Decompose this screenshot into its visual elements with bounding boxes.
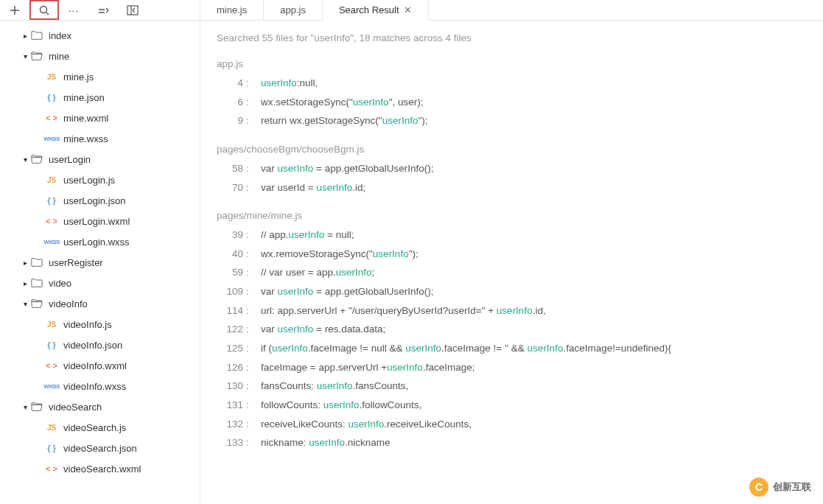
result-file-title[interactable]: pages/chooseBgm/chooseBgm.js xyxy=(217,144,807,155)
folder-icon xyxy=(29,30,44,41)
result-line[interactable]: 109:var userInfo = app.getGlobalUserInfo… xyxy=(217,282,807,301)
tree-folder-index[interactable]: ▸index xyxy=(0,25,200,46)
line-number: 125 xyxy=(217,339,246,358)
nav-button[interactable] xyxy=(88,0,118,20)
line-number: 133 xyxy=(217,433,246,452)
line-number: 9 xyxy=(217,111,246,130)
more-button[interactable]: ··· xyxy=(59,0,88,20)
result-line[interactable]: 9:return wx.getStorageSync("userInfo"); xyxy=(217,111,807,130)
code-snippet: var userId = userInfo.id; xyxy=(252,178,807,197)
tree-file-mine.js[interactable]: JSmine.js xyxy=(0,66,200,87)
tree-file-videoInfo.js[interactable]: JSvideoInfo.js xyxy=(0,314,200,335)
result-file-title[interactable]: app.js xyxy=(217,58,807,69)
folder-label: mine xyxy=(49,51,69,62)
tree-file-mine.wxml[interactable]: < >mine.wxml xyxy=(0,108,200,128)
tab-mine-js[interactable]: mine.js xyxy=(200,0,264,20)
tree-file-mine.wxss[interactable]: WXSSmine.wxss xyxy=(0,128,200,149)
folder-label: userLogin xyxy=(49,154,91,165)
result-line[interactable]: 4:userInfo:null, xyxy=(217,74,807,93)
tab-app-js[interactable]: app.js xyxy=(264,0,323,20)
collapse-panel-button[interactable] xyxy=(118,0,147,20)
result-line[interactable]: 125:if (userInfo.faceImage != null && us… xyxy=(217,339,807,358)
file-label: mine.json xyxy=(63,92,105,103)
tree-file-videoInfo.json[interactable]: { }videoInfo.json xyxy=(0,335,200,355)
file-label: userLogin.js xyxy=(63,175,115,186)
line-number: 114 xyxy=(217,301,246,321)
chevron-icon: ▸ xyxy=(21,259,29,267)
result-line[interactable]: 58:var userInfo = app.getGlobalUserInfo(… xyxy=(217,159,807,178)
folder-icon xyxy=(29,278,44,288)
tab-search-result[interactable]: Search Result✕ xyxy=(323,0,429,21)
code-snippet: var userInfo = res.data.data; xyxy=(252,320,807,339)
folder-icon xyxy=(29,51,44,61)
file-label: videoSearch.wxml xyxy=(63,463,141,475)
tree-file-videoInfo.wxss[interactable]: WXSSvideoInfo.wxss xyxy=(0,376,200,396)
tree-file-videoSearch.js[interactable]: JSvideoSearch.js xyxy=(0,417,200,438)
result-line[interactable]: 114:url: app.serverUrl + "/user/queryByU… xyxy=(217,301,807,321)
line-number: 126 xyxy=(217,358,246,377)
file-tree[interactable]: ▸index▾mineJSmine.js{ }mine.json< >mine.… xyxy=(0,21,200,504)
result-group: pages/mine/mine.js39:// app.userInfo = n… xyxy=(217,210,807,452)
plus-icon xyxy=(10,5,20,15)
result-line[interactable]: 130:fansCounts: userInfo.fansCounts, xyxy=(217,377,807,396)
tree-folder-userLogin[interactable]: ▾userLogin xyxy=(0,149,200,169)
tree-file-userLogin.wxml[interactable]: < >userLogin.wxml xyxy=(0,211,200,231)
line-number: 6 xyxy=(217,93,246,112)
code-snippet: userInfo:null, xyxy=(252,74,807,93)
result-line[interactable]: 40:wx.removeStorageSync("userInfo"); xyxy=(217,245,807,264)
line-number: 131 xyxy=(217,396,246,415)
folder-label: video xyxy=(49,278,71,289)
folder-label: index xyxy=(49,30,71,41)
file-label: videoSearch.json xyxy=(63,443,137,454)
search-icon xyxy=(39,5,49,15)
code-snippet: receiveLikeCounts: userInfo.receiveLikeC… xyxy=(252,415,807,434)
panel-toggle-icon xyxy=(127,5,139,15)
tree-folder-mine[interactable]: ▾mine xyxy=(0,46,200,66)
code-snippet: nickname: userInfo.nickname xyxy=(252,433,807,452)
code-snippet: wx.setStorageSync("userInfo", user); xyxy=(252,93,807,112)
tree-file-userLogin.json[interactable]: { }userLogin.json xyxy=(0,190,200,211)
line-number: 122 xyxy=(217,320,246,339)
new-file-button[interactable] xyxy=(0,0,29,20)
folder-label: videoSearch xyxy=(49,402,102,413)
result-line[interactable]: 126:faceImage = app.serverUrl +userInfo.… xyxy=(217,358,807,377)
tree-folder-userRegister[interactable]: ▸userRegister xyxy=(0,252,200,273)
result-line[interactable]: 122:var userInfo = res.data.data; xyxy=(217,320,807,339)
tree-file-mine.json[interactable]: { }mine.json xyxy=(0,87,200,108)
code-snippet: // app.userInfo = null; xyxy=(252,225,807,245)
file-label: videoInfo.js xyxy=(63,319,112,330)
folder-label: videoInfo xyxy=(49,298,88,309)
tree-file-videoSearch.json[interactable]: { }videoSearch.json xyxy=(0,438,200,458)
result-line[interactable]: 59:// var user = app.userInfo; xyxy=(217,263,807,282)
search-results-content: Searched 55 files for "userInfo", 18 mat… xyxy=(200,21,823,504)
tree-folder-videoInfo[interactable]: ▾videoInfo xyxy=(0,293,200,314)
watermark-icon: C xyxy=(749,477,768,497)
result-line[interactable]: 132:receiveLikeCounts: userInfo.receiveL… xyxy=(217,415,807,434)
file-label: userLogin.wxss xyxy=(63,237,130,248)
result-group: pages/chooseBgm/chooseBgm.js58:var userI… xyxy=(217,144,807,197)
search-button[interactable] xyxy=(29,0,59,20)
result-line[interactable]: 6:wx.setStorageSync("userInfo", user); xyxy=(217,93,807,112)
code-snippet: faceImage = app.serverUrl +userInfo.face… xyxy=(252,358,807,377)
tree-file-videoInfo.wxml[interactable]: < >videoInfo.wxml xyxy=(0,355,200,376)
result-line[interactable]: 131:followCounts: userInfo.followCounts, xyxy=(217,396,807,415)
result-line[interactable]: 70:var userId = userInfo.id; xyxy=(217,178,807,197)
chevron-icon: ▾ xyxy=(21,52,29,60)
tree-folder-videoSearch[interactable]: ▾videoSearch xyxy=(0,396,200,417)
chevron-icon: ▾ xyxy=(21,300,29,308)
tree-file-videoSearch.wxml[interactable]: < >videoSearch.wxml xyxy=(0,458,200,479)
sidebar-toolbar: ··· xyxy=(0,0,200,21)
folder-icon xyxy=(29,154,44,164)
folder-icon xyxy=(29,257,44,267)
tree-folder-video[interactable]: ▸video xyxy=(0,273,200,293)
tree-file-userLogin.js[interactable]: JSuserLogin.js xyxy=(0,169,200,190)
line-number: 70 xyxy=(217,178,246,197)
result-line[interactable]: 133:nickname: userInfo.nickname xyxy=(217,433,807,452)
code-snippet: wx.removeStorageSync("userInfo"); xyxy=(252,245,807,264)
result-file-title[interactable]: pages/mine/mine.js xyxy=(217,210,807,221)
result-line[interactable]: 39:// app.userInfo = null; xyxy=(217,225,807,245)
svg-point-0 xyxy=(41,6,47,13)
tree-file-userLogin.wxss[interactable]: WXSSuserLogin.wxss xyxy=(0,231,200,252)
close-icon[interactable]: ✕ xyxy=(404,4,412,15)
code-snippet: if (userInfo.faceImage != null && userIn… xyxy=(252,339,807,358)
